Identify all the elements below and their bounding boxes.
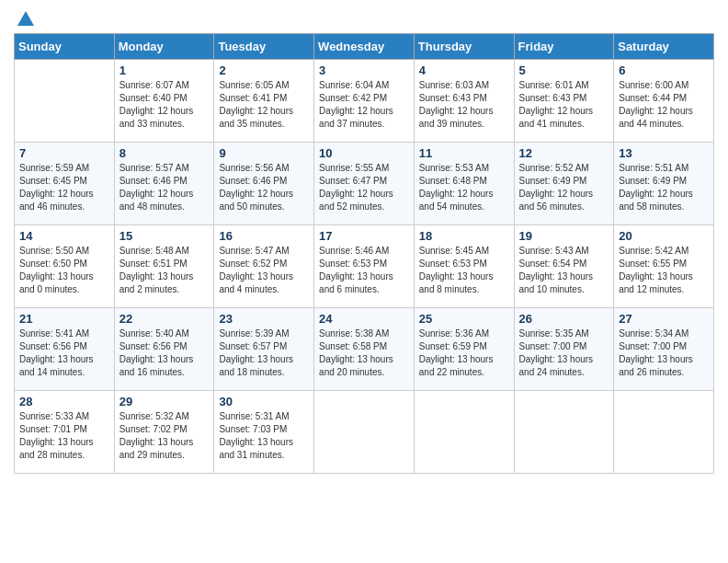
day-number: 4: [419, 63, 509, 77]
calendar-cell: 21Sunrise: 5:41 AM Sunset: 6:56 PM Dayli…: [15, 308, 115, 391]
day-number: 29: [119, 395, 210, 408]
day-number: 3: [319, 63, 409, 77]
day-content: Sunrise: 5:36 AM Sunset: 6:59 PM Dayligh…: [419, 327, 509, 379]
header-tuesday: Tuesday: [214, 34, 314, 60]
calendar-cell: 29Sunrise: 5:32 AM Sunset: 7:02 PM Dayli…: [114, 391, 214, 474]
week-row-4: 21Sunrise: 5:41 AM Sunset: 6:56 PM Dayli…: [15, 308, 714, 391]
day-content: Sunrise: 5:45 AM Sunset: 6:53 PM Dayligh…: [419, 245, 509, 296]
calendar-cell: 28Sunrise: 5:33 AM Sunset: 7:01 PM Dayli…: [15, 391, 115, 474]
calendar-cell: 27Sunrise: 5:34 AM Sunset: 7:00 PM Dayli…: [614, 308, 714, 391]
calendar-cell: 14Sunrise: 5:50 AM Sunset: 6:50 PM Dayli…: [15, 225, 115, 308]
day-number: 20: [619, 229, 709, 243]
calendar-cell: 9Sunrise: 5:56 AM Sunset: 6:46 PM Daylig…: [214, 143, 314, 225]
day-content: Sunrise: 5:50 AM Sunset: 6:50 PM Dayligh…: [19, 245, 109, 296]
day-number: 10: [319, 146, 409, 160]
day-number: 15: [119, 229, 210, 243]
day-content: Sunrise: 5:33 AM Sunset: 7:01 PM Dayligh…: [19, 410, 109, 462]
header-wednesday: Wednesday: [314, 34, 415, 60]
header-thursday: Thursday: [414, 34, 514, 60]
calendar-cell: 23Sunrise: 5:39 AM Sunset: 6:57 PM Dayli…: [214, 308, 314, 391]
day-number: 24: [319, 312, 409, 326]
calendar-cell: [314, 391, 415, 474]
day-content: Sunrise: 5:34 AM Sunset: 7:00 PM Dayligh…: [619, 327, 709, 379]
day-number: 17: [319, 229, 409, 243]
day-number: 27: [619, 312, 709, 326]
logo-icon: [16, 9, 36, 29]
day-number: 12: [519, 146, 609, 160]
day-number: 28: [19, 395, 109, 408]
day-number: 16: [219, 229, 309, 243]
day-content: Sunrise: 5:35 AM Sunset: 7:00 PM Dayligh…: [519, 327, 609, 379]
day-content: Sunrise: 6:04 AM Sunset: 6:42 PM Dayligh…: [319, 79, 409, 131]
week-row-5: 28Sunrise: 5:33 AM Sunset: 7:01 PM Dayli…: [15, 391, 714, 474]
calendar-cell: 15Sunrise: 5:48 AM Sunset: 6:51 PM Dayli…: [114, 225, 214, 308]
day-content: Sunrise: 5:55 AM Sunset: 6:47 PM Dayligh…: [319, 162, 409, 213]
day-content: Sunrise: 5:38 AM Sunset: 6:58 PM Dayligh…: [319, 327, 409, 379]
day-content: Sunrise: 5:46 AM Sunset: 6:53 PM Dayligh…: [319, 245, 409, 296]
calendar-cell: 16Sunrise: 5:47 AM Sunset: 6:52 PM Dayli…: [214, 225, 314, 308]
calendar-cell: 17Sunrise: 5:46 AM Sunset: 6:53 PM Dayli…: [314, 225, 415, 308]
calendar-cell: 3Sunrise: 6:04 AM Sunset: 6:42 PM Daylig…: [314, 60, 415, 143]
day-content: Sunrise: 5:56 AM Sunset: 6:46 PM Dayligh…: [219, 162, 309, 213]
header-row: SundayMondayTuesdayWednesdayThursdayFrid…: [15, 34, 714, 60]
week-row-2: 7Sunrise: 5:59 AM Sunset: 6:45 PM Daylig…: [15, 143, 714, 225]
day-content: Sunrise: 5:41 AM Sunset: 6:56 PM Dayligh…: [19, 327, 109, 379]
day-content: Sunrise: 5:42 AM Sunset: 6:55 PM Dayligh…: [619, 245, 709, 296]
header-friday: Friday: [514, 34, 614, 60]
calendar-cell: 30Sunrise: 5:31 AM Sunset: 7:03 PM Dayli…: [214, 391, 314, 474]
day-content: Sunrise: 5:52 AM Sunset: 6:49 PM Dayligh…: [519, 162, 609, 213]
calendar-cell: 10Sunrise: 5:55 AM Sunset: 6:47 PM Dayli…: [314, 143, 415, 225]
day-number: 14: [19, 229, 109, 243]
day-number: 9: [219, 146, 309, 160]
day-number: 13: [619, 146, 709, 160]
logo: [14, 9, 36, 26]
day-content: Sunrise: 6:05 AM Sunset: 6:41 PM Dayligh…: [219, 79, 309, 131]
calendar-cell: 6Sunrise: 6:00 AM Sunset: 6:44 PM Daylig…: [614, 60, 714, 143]
day-number: 22: [119, 312, 210, 326]
day-content: Sunrise: 5:40 AM Sunset: 6:56 PM Dayligh…: [119, 327, 210, 379]
calendar-cell: [15, 60, 115, 143]
calendar-cell: 5Sunrise: 6:01 AM Sunset: 6:43 PM Daylig…: [514, 60, 614, 143]
calendar-cell: 11Sunrise: 5:53 AM Sunset: 6:48 PM Dayli…: [414, 143, 514, 225]
calendar-cell: 2Sunrise: 6:05 AM Sunset: 6:41 PM Daylig…: [214, 60, 314, 143]
day-number: 19: [519, 229, 609, 243]
day-content: Sunrise: 5:48 AM Sunset: 6:51 PM Dayligh…: [119, 245, 210, 296]
day-number: 30: [219, 395, 309, 408]
header-saturday: Saturday: [614, 34, 714, 60]
calendar-cell: 12Sunrise: 5:52 AM Sunset: 6:49 PM Dayli…: [514, 143, 614, 225]
calendar-cell: 13Sunrise: 5:51 AM Sunset: 6:49 PM Dayli…: [614, 143, 714, 225]
day-content: Sunrise: 5:39 AM Sunset: 6:57 PM Dayligh…: [219, 327, 309, 379]
day-content: Sunrise: 5:31 AM Sunset: 7:03 PM Dayligh…: [219, 410, 309, 462]
day-number: 2: [219, 63, 309, 77]
page-header: [14, 9, 714, 26]
calendar-cell: [514, 391, 614, 474]
calendar-cell: 25Sunrise: 5:36 AM Sunset: 6:59 PM Dayli…: [414, 308, 514, 391]
calendar-cell: 1Sunrise: 6:07 AM Sunset: 6:40 PM Daylig…: [114, 60, 214, 143]
calendar-cell: 4Sunrise: 6:03 AM Sunset: 6:43 PM Daylig…: [414, 60, 514, 143]
day-content: Sunrise: 6:07 AM Sunset: 6:40 PM Dayligh…: [119, 79, 210, 131]
week-row-3: 14Sunrise: 5:50 AM Sunset: 6:50 PM Dayli…: [15, 225, 714, 308]
day-number: 23: [219, 312, 309, 326]
calendar-cell: [414, 391, 514, 474]
day-number: 11: [419, 146, 509, 160]
header-sunday: Sunday: [15, 34, 115, 60]
calendar-cell: 26Sunrise: 5:35 AM Sunset: 7:00 PM Dayli…: [514, 308, 614, 391]
day-content: Sunrise: 6:03 AM Sunset: 6:43 PM Dayligh…: [419, 79, 509, 131]
day-content: Sunrise: 5:57 AM Sunset: 6:46 PM Dayligh…: [119, 162, 210, 213]
day-number: 21: [19, 312, 109, 326]
calendar-table: SundayMondayTuesdayWednesdayThursdayFrid…: [14, 33, 714, 474]
day-content: Sunrise: 5:43 AM Sunset: 6:54 PM Dayligh…: [519, 245, 609, 296]
day-number: 25: [419, 312, 509, 326]
day-content: Sunrise: 5:53 AM Sunset: 6:48 PM Dayligh…: [419, 162, 509, 213]
header-monday: Monday: [114, 34, 214, 60]
svg-marker-0: [17, 11, 34, 26]
day-content: Sunrise: 5:32 AM Sunset: 7:02 PM Dayligh…: [119, 410, 210, 462]
calendar-cell: 8Sunrise: 5:57 AM Sunset: 6:46 PM Daylig…: [114, 143, 214, 225]
calendar-cell: 20Sunrise: 5:42 AM Sunset: 6:55 PM Dayli…: [614, 225, 714, 308]
calendar-cell: 7Sunrise: 5:59 AM Sunset: 6:45 PM Daylig…: [15, 143, 115, 225]
day-content: Sunrise: 6:01 AM Sunset: 6:43 PM Dayligh…: [519, 79, 609, 131]
calendar-cell: [614, 391, 714, 474]
calendar-cell: 24Sunrise: 5:38 AM Sunset: 6:58 PM Dayli…: [314, 308, 415, 391]
day-number: 18: [419, 229, 509, 243]
day-content: Sunrise: 5:47 AM Sunset: 6:52 PM Dayligh…: [219, 245, 309, 296]
